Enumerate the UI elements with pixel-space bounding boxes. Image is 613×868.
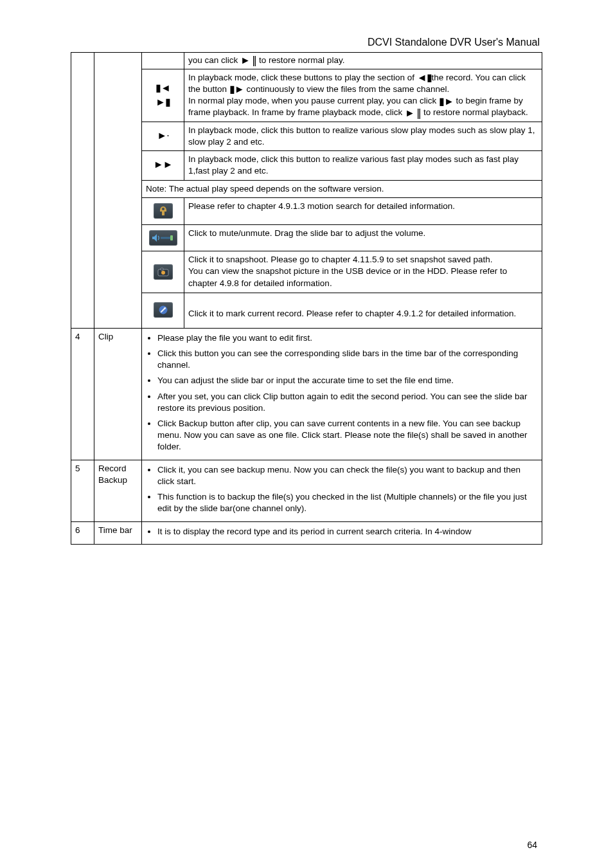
play-pause-icon-2: ► ‖ [405, 108, 421, 118]
clip-bullet-4: After you set, you can click Clip button… [157, 391, 538, 414]
slow-play-icon-cell: ►· [142, 122, 184, 150]
pipe-next-icon-inline: ▮► [229, 84, 244, 95]
clip-bullet-1: Please play the file you want to edit fi… [157, 332, 538, 344]
desc-fastplay: In playback mode, click this button to r… [184, 151, 542, 180]
smart-search-icon [154, 203, 173, 219]
smart-search-icon-cell [142, 197, 184, 224]
fast-forward-icon: ►► [154, 159, 173, 170]
timebar-bullet-1: It is to display the record type and its… [157, 526, 538, 538]
svg-rect-3 [161, 268, 163, 270]
mark-icon-cell [142, 293, 184, 328]
desc-volume: Click to mute/unmute. Drag the slide bar… [184, 225, 542, 251]
desc-record-backup: Click it, you can see backup menu. Now y… [142, 460, 542, 521]
sn-5: 5 [71, 460, 94, 521]
fast-play-icon-cell: ►► [142, 151, 184, 180]
desc-clip: Please play the file you want to edit fi… [142, 328, 542, 460]
sn-6: 6 [71, 521, 94, 544]
desc-prev-next: In playback mode, click these buttons to… [184, 69, 542, 122]
backup-bullet-2: This function is to backup the file(s) y… [157, 491, 538, 514]
clip-bullet-2: Click this button you can see the corres… [157, 348, 538, 371]
pipe-next-icon-inline2: ▮► [439, 96, 454, 107]
volume-icon-cell [142, 225, 184, 251]
desc-snapshot: Click it to snapshoot. Please go to chap… [184, 251, 542, 293]
manual-table: you can click ► ‖ to restore normal play… [71, 52, 542, 545]
desc-resume: you can click ► ‖ to restore normal play… [184, 52, 542, 69]
snapshot-icon [154, 264, 173, 280]
clip-bullet-3: You can adjust the slide bar or input th… [157, 375, 538, 386]
note-play-speed: Note: The actual play speed depends on t… [142, 180, 542, 197]
svg-rect-1 [170, 235, 173, 240]
svg-point-4 [161, 271, 165, 275]
prev-section-icon: ▮◄ [155, 83, 170, 93]
page-header: DCVI Standalone DVR User's Manual [71, 35, 542, 50]
prev-next-icons-cell: ▮◄ ►▮ [142, 69, 184, 122]
name-record-backup: Record Backup [94, 460, 142, 521]
backup-bullet-1: Click it, you can see backup menu. Now y… [157, 464, 538, 487]
pipe-prev-icon: ◄▮ [417, 73, 432, 83]
slow-play-icon: ►· [157, 131, 168, 141]
clip-bullet-5: Click Backup button after clip, you can … [157, 418, 538, 453]
desc-time-bar: It is to display the record type and its… [142, 521, 542, 544]
desc-mark: Click it to mark current record. Please … [184, 293, 542, 328]
name-clip: Clip [94, 328, 142, 460]
name-time-bar: Time bar [94, 521, 142, 544]
play-pause-icon: ► ‖ [240, 55, 256, 66]
next-section-icon: ►▮ [155, 97, 170, 107]
desc-slowplay: In playback mode, click this button to r… [184, 122, 542, 150]
sn-4: 4 [71, 328, 94, 460]
volume-slider-icon [149, 230, 177, 246]
desc-smart-search: Please refer to chapter 4.9.1.3 motion s… [184, 197, 542, 224]
snapshot-icon-cell [142, 251, 184, 293]
mark-icon [154, 302, 173, 318]
page-number: 64 [527, 839, 537, 851]
